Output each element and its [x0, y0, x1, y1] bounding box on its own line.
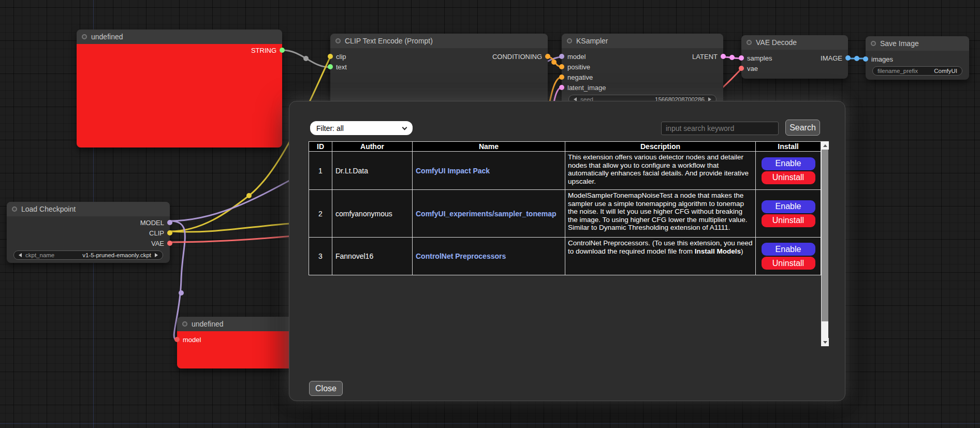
extension-link[interactable]: ComfyUI Impact Pack [416, 167, 490, 175]
collapse-dot-icon[interactable] [335, 38, 341, 43]
slot-label: MODEL [140, 219, 164, 227]
cell-author: comfyanonymous [332, 190, 413, 238]
slot-label: LATENT [692, 53, 718, 61]
close-button[interactable]: Close [309, 381, 343, 396]
node-title: VAE Decode [756, 38, 797, 47]
slot-row: clip CONDITIONING [330, 51, 548, 62]
cell-description: ModelSamplerTonemapNoiseTest a node that… [565, 190, 756, 238]
node-title: undefined [192, 320, 224, 328]
link-dot [551, 60, 557, 65]
filename-prefix-widget[interactable]: filename_prefix ComfyUI [872, 66, 962, 76]
slot-label: samples [747, 54, 772, 62]
node-title-bar[interactable]: Load Checkpoint [7, 202, 170, 216]
node-title-bar[interactable]: Save Image [866, 36, 969, 51]
table-row: 1 Dr.Lt.Data ComfyUI Impact Pack This ex… [309, 152, 821, 190]
slot-label: model [567, 53, 586, 61]
slot-row: positive [562, 62, 723, 72]
node-load-checkpoint[interactable]: Load Checkpoint MODEL CLIP VAE ckpt_name [7, 202, 170, 263]
node-title: CLIP Text Encode (Prompt) [345, 37, 433, 45]
link-dot [303, 56, 309, 61]
link-dot [179, 290, 184, 296]
model-input-dot[interactable] [559, 54, 564, 59]
clip-output-dot[interactable] [167, 230, 172, 235]
graph-canvas[interactable]: undefined STRING CLIP Text Encode (Promp… [0, 0, 980, 428]
images-input-dot[interactable] [863, 56, 868, 62]
node-title-bar[interactable]: undefined [77, 29, 282, 44]
slot-label: images [871, 55, 893, 63]
vae-input-dot[interactable] [739, 66, 744, 71]
negative-input-dot[interactable] [559, 75, 564, 80]
slot-label: vae [747, 65, 758, 72]
vae-output-dot[interactable] [167, 241, 172, 246]
enable-button[interactable]: Enable [762, 157, 815, 170]
output-slot-string: STRING [77, 45, 282, 55]
enable-button[interactable]: Enable [762, 200, 815, 213]
conditioning-output-dot[interactable] [545, 54, 550, 59]
filter-selected-value: Filter: all [316, 124, 344, 132]
collapse-dot-icon[interactable] [567, 38, 572, 43]
increment-arrow-icon[interactable] [155, 253, 158, 257]
node-save-image[interactable]: Save Image images filename_prefix ComfyU… [866, 36, 969, 80]
node-title: KSampler [576, 37, 608, 45]
latent-output-dot[interactable] [721, 54, 726, 59]
image-output-dot[interactable] [845, 55, 851, 61]
samples-input-dot[interactable] [739, 55, 744, 61]
widget-label: filename_prefix [877, 68, 918, 74]
uninstall-button[interactable]: Uninstall [762, 214, 815, 227]
positive-input-dot[interactable] [559, 64, 564, 69]
table-scrollbar[interactable] [821, 141, 828, 346]
slot-row: VAE [7, 238, 170, 248]
slot-row: latent_image [562, 82, 723, 93]
search-input[interactable] [661, 122, 779, 135]
latent-image-input-dot[interactable] [559, 85, 564, 90]
collapse-dot-icon[interactable] [82, 34, 87, 39]
decrement-arrow-icon[interactable] [19, 253, 22, 257]
slot-row: CLIP [7, 228, 170, 238]
ckpt-name-widget[interactable]: ckpt_name v1-5-pruned-emaonly.ckpt [13, 250, 163, 260]
column-header-install: Install [756, 142, 821, 152]
cell-name: ComfyUI_experiments/sampler_tonemap [413, 190, 565, 238]
collapse-dot-icon[interactable] [182, 321, 187, 327]
slot-label: IMAGE [821, 54, 842, 62]
string-output-dot[interactable] [280, 48, 285, 53]
node-title: Save Image [880, 39, 919, 48]
search-button[interactable]: Search [785, 120, 820, 136]
slot-label: clip [336, 53, 346, 61]
extension-link[interactable]: ComfyUI_experiments/sampler_tonemap [416, 210, 557, 218]
table-row: 3 Fannovel16 ControlNet Preprocessors Co… [309, 238, 821, 275]
node-title-bar[interactable]: KSampler [562, 34, 723, 48]
extension-table: ID Author Name Description Install 1 Dr.… [309, 141, 821, 275]
widget-value: ComfyUI [934, 68, 957, 74]
cell-install: Enable Uninstall [756, 238, 821, 275]
collapse-dot-icon[interactable] [747, 40, 752, 45]
column-header-author: Author [332, 142, 413, 152]
slot-label: VAE [151, 240, 164, 247]
model-output-dot[interactable] [167, 220, 172, 225]
uninstall-button[interactable]: Uninstall [762, 257, 815, 270]
slot-label: negative [567, 73, 593, 81]
cell-name: ComfyUI Impact Pack [413, 152, 565, 190]
collapse-dot-icon[interactable] [871, 41, 876, 46]
filter-select[interactable]: Filter: all [310, 121, 413, 135]
slot-label: text [336, 63, 347, 71]
clip-input-dot[interactable] [328, 54, 333, 59]
node-title: Load Checkpoint [21, 205, 76, 213]
uninstall-button[interactable]: Uninstall [762, 171, 815, 184]
table-row: 2 comfyanonymous ComfyUI_experiments/sam… [309, 190, 821, 238]
collapse-dot-icon[interactable] [12, 206, 17, 212]
node-vae-decode[interactable]: VAE Decode samples IMAGE vae [741, 35, 848, 79]
node-title-bar[interactable]: VAE Decode [741, 35, 848, 50]
slot-label: latent_image [567, 84, 606, 92]
chevron-down-icon [402, 125, 407, 130]
enable-button[interactable]: Enable [762, 243, 815, 256]
scroll-down-icon[interactable] [821, 338, 829, 346]
node-undefined-top[interactable]: undefined STRING [77, 29, 282, 147]
extension-link[interactable]: ControlNet Preprocessors [416, 252, 506, 260]
node-title-bar[interactable]: CLIP Text Encode (Prompt) [330, 34, 548, 48]
scrollbar-thumb[interactable] [822, 150, 828, 321]
text-input-dot[interactable] [328, 64, 333, 69]
model-input-dot[interactable] [174, 337, 180, 342]
cell-id: 2 [309, 190, 332, 238]
scroll-up-icon[interactable] [821, 141, 829, 150]
column-header-name: Name [413, 142, 565, 152]
